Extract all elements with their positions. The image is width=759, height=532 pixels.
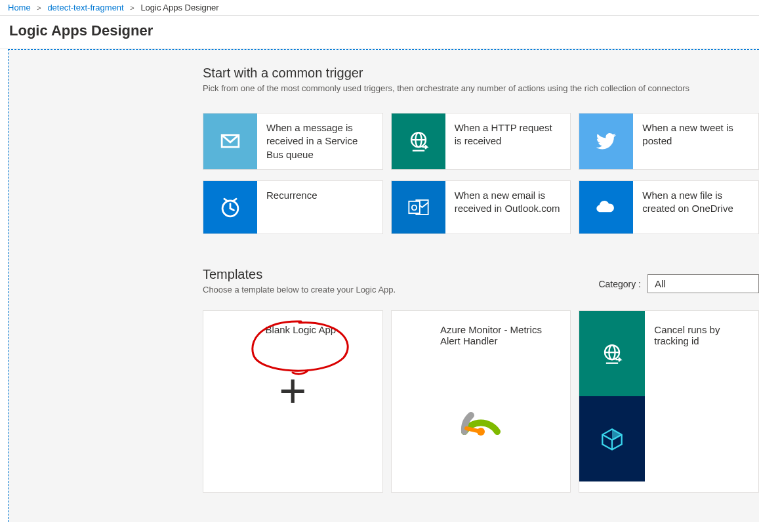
trigger-label: Recurrence bbox=[257, 181, 327, 234]
breadcrumb-resource[interactable]: detect-text-fragment bbox=[47, 3, 123, 12]
cloud-icon bbox=[579, 181, 633, 234]
triggers-section-title: Start with a common trigger bbox=[203, 66, 759, 81]
breadcrumb-home[interactable]: Home bbox=[8, 3, 31, 12]
trigger-row: When a message is received in a Service … bbox=[203, 113, 759, 170]
svg-line-7 bbox=[230, 209, 234, 211]
svg-text:O: O bbox=[411, 202, 417, 212]
trigger-label: When a new file is created on OneDrive bbox=[633, 181, 758, 234]
chevron-right-icon: > bbox=[130, 4, 134, 12]
templates-section-title: Templates bbox=[203, 267, 579, 282]
trigger-card-http[interactable]: When a HTTP request is received bbox=[391, 113, 571, 170]
template-card-blank[interactable]: Blank Logic App + bbox=[203, 310, 383, 493]
trigger-label: When a new email is received in Outlook.… bbox=[445, 181, 571, 234]
trigger-label: When a message is received in a Service … bbox=[257, 113, 382, 169]
page-title: Logic Apps Designer bbox=[0, 16, 759, 49]
trigger-label: When a new tweet is posted bbox=[633, 113, 758, 169]
category-select[interactable]: All bbox=[647, 274, 759, 293]
svg-line-8 bbox=[224, 199, 228, 201]
template-row: Blank Logic App + Azure Monitor - Metric… bbox=[203, 310, 759, 493]
designer-canvas-frame: Start with a common trigger Pick from on… bbox=[8, 49, 759, 522]
breadcrumb: Home > detect-text-fragment > Logic Apps… bbox=[0, 0, 759, 16]
triggers-section-subtitle: Pick from one of the most commonly used … bbox=[203, 83, 759, 93]
clock-icon bbox=[203, 181, 257, 234]
twitter-icon bbox=[579, 113, 633, 169]
http-icon bbox=[579, 311, 645, 396]
breadcrumb-current: Logic Apps Designer bbox=[140, 3, 218, 12]
outlook-icon: O bbox=[392, 181, 445, 234]
template-label: Blank Logic App bbox=[203, 311, 382, 340]
gauge-icon bbox=[455, 396, 507, 448]
templates-section-subtitle: Choose a template below to create your L… bbox=[203, 285, 579, 295]
template-label: Azure Monitor - Metrics Alert Handler bbox=[440, 311, 570, 352]
trigger-card-onedrive[interactable]: When a new file is created on OneDrive bbox=[579, 180, 759, 234]
http-icon bbox=[392, 113, 445, 169]
plus-icon: + bbox=[279, 367, 306, 414]
chevron-right-icon: > bbox=[37, 4, 41, 12]
trigger-card-servicebus[interactable]: When a message is received in a Service … bbox=[203, 113, 383, 170]
category-filter: Category : All bbox=[598, 274, 759, 293]
trigger-card-twitter[interactable]: When a new tweet is posted bbox=[579, 113, 759, 170]
designer-body: Start with a common trigger Pick from on… bbox=[9, 50, 759, 522]
svg-line-9 bbox=[233, 199, 237, 201]
trigger-card-outlook[interactable]: O When a new email is received in Outloo… bbox=[391, 180, 571, 234]
trigger-label: When a HTTP request is received bbox=[445, 113, 571, 169]
template-label: Cancel runs by tracking id bbox=[645, 311, 758, 492]
servicebus-icon bbox=[203, 113, 257, 169]
template-card-cancel-runs[interactable]: Cancel runs by tracking id bbox=[579, 310, 759, 493]
cube-icon bbox=[579, 396, 645, 481]
template-card-azure-monitor[interactable]: Azure Monitor - Metrics Alert Handler bbox=[391, 310, 571, 493]
trigger-row: Recurrence O When a new email is receive… bbox=[203, 180, 759, 234]
template-icon-stack bbox=[579, 311, 645, 481]
category-label: Category : bbox=[598, 279, 641, 289]
trigger-card-recurrence[interactable]: Recurrence bbox=[203, 180, 383, 234]
templates-header: Templates Choose a template below to cre… bbox=[203, 267, 759, 295]
